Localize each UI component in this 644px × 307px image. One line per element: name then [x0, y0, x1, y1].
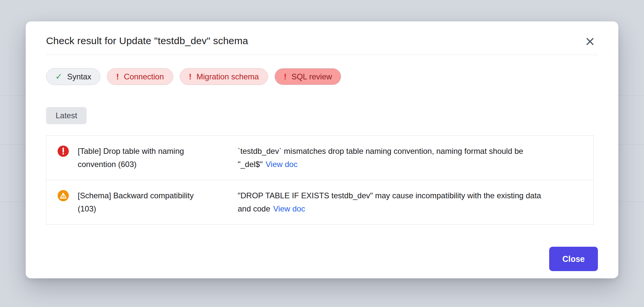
close-icon — [584, 36, 596, 48]
tab-sql-review[interactable]: ! SQL review — [275, 68, 341, 85]
view-doc-link[interactable]: View doc — [266, 160, 298, 169]
rule-message: `testdb_dev` mismatches drop table namin… — [238, 145, 554, 171]
check-icon: ✓ — [55, 72, 62, 81]
check-result-dialog: Check result for Update "testdb_dev" sch… — [26, 21, 618, 278]
tab-label: SQL review — [291, 72, 332, 81]
tab-label: Syntax — [67, 72, 91, 81]
tab-label: Connection — [124, 72, 164, 81]
table-row: [Schema] Backward compatibility (103) "D… — [46, 180, 593, 224]
version-latest-chip[interactable]: Latest — [46, 107, 87, 124]
dialog-title: Check result for Update "testdb_dev" sch… — [46, 35, 598, 46]
check-status-tabs: ✓ Syntax ! Connection ! Migration schema… — [46, 68, 598, 85]
error-icon — [58, 146, 69, 157]
exclamation-icon: ! — [284, 72, 286, 81]
table-row: [Table] Drop table with naming conventio… — [46, 136, 593, 180]
sql-review-result-table: [Table] Drop table with naming conventio… — [46, 135, 594, 225]
rule-message: "DROP TABLE IF EXISTS testdb_dev" may ca… — [238, 189, 554, 215]
exclamation-icon: ! — [189, 72, 192, 81]
tab-syntax[interactable]: ✓ Syntax — [46, 68, 100, 85]
tab-label: Migration schema — [197, 72, 259, 81]
close-button[interactable]: Close — [549, 247, 598, 271]
close-dialog-button[interactable] — [583, 35, 597, 48]
tab-connection[interactable]: ! Connection — [107, 68, 173, 85]
tab-migration-schema[interactable]: ! Migration schema — [180, 68, 268, 85]
rule-name: [Table] Drop table with naming conventio… — [69, 145, 238, 171]
dialog-header: Check result for Update "testdb_dev" sch… — [46, 35, 598, 46]
header-divider — [46, 55, 598, 55]
dialog-footer: Close — [46, 247, 598, 271]
view-doc-link[interactable]: View doc — [273, 204, 305, 213]
warning-icon — [58, 190, 69, 201]
rule-name: [Schema] Backward compatibility (103) — [69, 189, 238, 215]
exclamation-icon: ! — [116, 72, 119, 81]
